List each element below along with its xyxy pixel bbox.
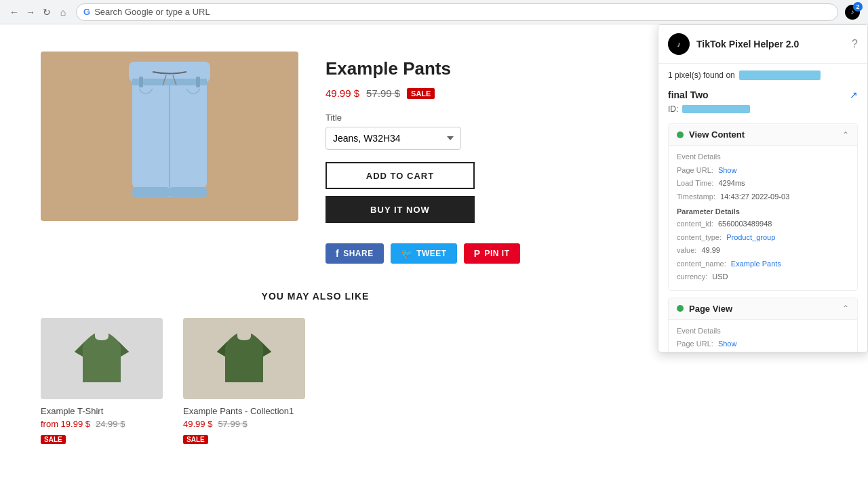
share-twitter-label: TWEET — [416, 249, 447, 258]
event-details-label-2: Event Details — [677, 325, 849, 337]
content-id-row: content_id: 6560003489948 — [677, 218, 849, 230]
related-products-list: Example T-Shirt from 19.99 $ 24.99 $ SAL… — [41, 318, 590, 444]
tiktok-pixel-panel: ♪ TikTok Pixel Helper 2.0 ? 1 pixel(s) f… — [658, 24, 868, 352]
twitter-icon: 🐦 — [401, 248, 413, 259]
browser-nav-icons: ← → ↻ ⌂ — [8, 6, 69, 18]
variant-select[interactable]: Jeans, W32H34 — [326, 127, 461, 150]
related-price-current-1: from 19.99 $ — [41, 419, 90, 429]
share-twitter-button[interactable]: 🐦 TWEET — [391, 243, 457, 264]
share-facebook-label: SHARE — [343, 249, 374, 258]
event-section-page-view: Page View ⌃ Event Details Page URL: Show… — [668, 298, 858, 352]
share-pinterest-label: PIN IT — [485, 249, 510, 258]
share-facebook-button[interactable]: f SHARE — [326, 243, 384, 264]
price-row: 49.99 $ 57.99 $ SALE — [326, 87, 590, 99]
event-name-2: Page View — [689, 304, 732, 314]
pixel-id-row: ID: — [668, 104, 858, 114]
related-section-heading: YOU MAY ALSO LIKE — [41, 291, 590, 302]
value-row: value: 49.99 — [677, 245, 849, 256]
help-icon[interactable]: ? — [852, 38, 858, 50]
product-info: Example Pants 49.99 $ 57.99 $ SALE Title… — [326, 52, 590, 264]
svg-rect-5 — [139, 77, 143, 87]
event-dot-1 — [677, 131, 684, 138]
google-icon: G — [83, 7, 90, 17]
related-price-current-2: 49.99 $ — [183, 419, 212, 429]
sale-badge: SALE — [407, 88, 435, 99]
chevron-down-icon-2: ⌃ — [842, 304, 849, 313]
extension-icons: ♪ 2 — [845, 5, 860, 20]
add-to-cart-button[interactable]: ADD TO CART — [326, 162, 475, 189]
panel-header: ♪ TikTok Pixel Helper 2.0 ? — [658, 25, 867, 64]
tiktok-logo-svg: ♪ — [673, 38, 685, 50]
share-row: f SHARE 🐦 TWEET P PIN IT — [326, 243, 590, 264]
page-url-row-2: Page URL: Show — [677, 338, 849, 350]
related-product-card-1[interactable]: Example T-Shirt from 19.99 $ 24.99 $ SAL… — [41, 318, 163, 444]
price-original: 57.99 $ — [366, 87, 400, 99]
tshirt-svg-1 — [75, 328, 129, 389]
address-bar[interactable]: G Search Google or type a URL — [76, 3, 838, 21]
pixel-id-bar — [682, 105, 750, 113]
product-image-container — [41, 52, 298, 221]
event-header-page-view[interactable]: Page View ⌃ — [669, 298, 857, 319]
event-header-view-content[interactable]: View Content ⌃ — [669, 124, 857, 145]
event-header-left-2: Page View — [677, 304, 732, 314]
related-sale-badge-2: SALE — [183, 435, 208, 444]
event-details-2: Event Details Page URL: Show Load Time: … — [669, 319, 857, 352]
content-name-row: content_name: Example Pants — [677, 258, 849, 270]
event-name-1: View Content — [689, 129, 745, 140]
load-time-row-1: Load Time: 4294ms — [677, 178, 849, 189]
related-product-image-1 — [41, 318, 163, 399]
svg-rect-1 — [132, 79, 207, 85]
event-header-left-1: View Content — [677, 129, 745, 140]
related-product-image-2 — [183, 318, 305, 399]
params-header-1: Parameter Details — [677, 207, 849, 216]
svg-rect-4 — [170, 187, 207, 197]
related-price-original-2: 57.99 $ — [218, 419, 247, 429]
panel-header-left: ♪ TikTok Pixel Helper 2.0 — [668, 33, 799, 55]
price-current: 49.99 $ — [326, 87, 359, 99]
tiktok-logo: ♪ — [668, 33, 690, 55]
timestamp-row-1: Timestamp: 14:43:27 2022-09-03 — [677, 191, 849, 203]
ext-badge: 2 — [853, 2, 863, 12]
related-price-original-1: 24.99 $ — [96, 419, 125, 429]
pixels-found-row: 1 pixel(s) found on — [668, 70, 858, 80]
panel-body: 1 pixel(s) found on final Two ↗ ID: View… — [658, 64, 867, 352]
currency-row: currency: USD — [677, 271, 849, 283]
related-sale-badge-1: SALE — [41, 435, 66, 444]
content-type-row: content_type: Product_group — [677, 232, 849, 243]
nav-home-icon[interactable]: ⌂ — [57, 6, 69, 18]
pixel-name: final Two — [668, 89, 709, 100]
svg-text:♪: ♪ — [677, 40, 681, 48]
nav-reload-icon[interactable]: ↻ — [41, 6, 53, 18]
page-content: Example Pants 49.99 $ 57.99 $ SALE Title… — [0, 24, 631, 471]
svg-rect-6 — [196, 77, 200, 87]
pinterest-icon: P — [474, 248, 481, 259]
pixel-name-row: final Two ↗ — [668, 89, 858, 100]
event-details-label-1: Event Details — [677, 151, 849, 163]
related-price-row-2: 49.99 $ 57.99 $ — [183, 419, 305, 429]
panel-title: TikTok Pixel Helper 2.0 — [696, 39, 799, 49]
related-product-name-1: Example T-Shirt — [41, 406, 163, 416]
nav-back-icon[interactable]: ← — [8, 6, 20, 18]
title-field-label: Title — [326, 113, 590, 123]
tiktok-ext-icon[interactable]: ♪ 2 — [845, 5, 860, 20]
buy-now-button[interactable]: BUY IT NOW — [326, 196, 475, 223]
tshirt-svg-2 — [217, 328, 271, 389]
related-section: YOU MAY ALSO LIKE Example T-Shirt — [41, 291, 590, 444]
product-title: Example Pants — [326, 58, 590, 79]
load-time-row-2: Load Time: 4296ms — [677, 352, 849, 352]
product-image — [115, 62, 224, 211]
related-product-card-2[interactable]: Example Pants - Collection1 49.99 $ 57.9… — [183, 318, 305, 444]
pixel-found-bar — [739, 70, 821, 80]
svg-rect-3 — [132, 187, 170, 197]
page-url-row-1: Page URL: Show — [677, 165, 849, 176]
nav-forward-icon[interactable]: → — [24, 6, 37, 18]
page-wrapper: Example Pants 49.99 $ 57.99 $ SALE Title… — [0, 24, 868, 488]
pixels-found-text: 1 pixel(s) found on — [668, 70, 735, 80]
browser-bar: ← → ↻ ⌂ G Search Google or type a URL ♪ … — [0, 0, 868, 24]
facebook-icon: f — [336, 248, 339, 259]
address-bar-text: Search Google or type a URL — [94, 7, 210, 17]
share-pinterest-button[interactable]: P PIN IT — [464, 243, 520, 264]
chevron-down-icon-1: ⌃ — [842, 130, 849, 140]
related-price-row-1: from 19.99 $ 24.99 $ — [41, 419, 163, 429]
external-link-icon[interactable]: ↗ — [850, 89, 858, 100]
